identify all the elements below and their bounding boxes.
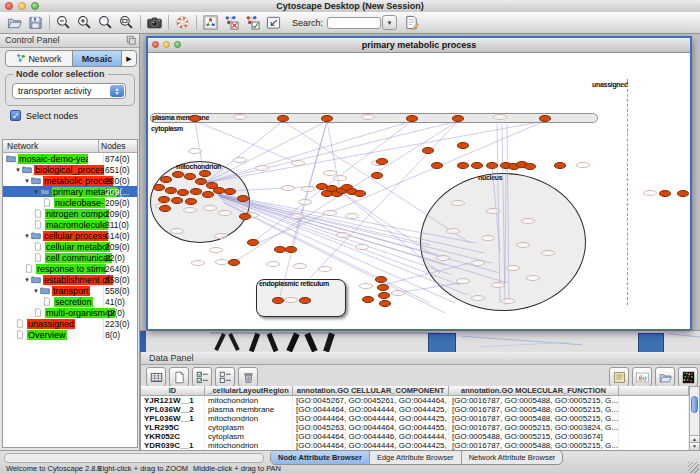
notes-icon[interactable] [609,367,629,387]
matrix-icon[interactable] [678,367,698,387]
table-select-icon[interactable] [146,367,166,387]
snapshot-icon[interactable] [144,14,165,32]
edit-nodes-icon[interactable] [221,14,242,32]
graph-node[interactable] [159,205,171,212]
graph-node[interactable] [406,115,418,122]
zoom-selected-icon[interactable] [116,14,137,32]
table-row[interactable]: YDR039C__1mitochondrion[GO:0044464, GO:0… [141,441,689,450]
open-folder-icon[interactable] [655,367,675,387]
table-row[interactable]: YKR052Ccytoplasm[GO:0044464, GO:0044446,… [141,432,689,441]
edit-edges-icon[interactable] [242,14,263,32]
graph-node[interactable] [189,115,201,122]
tab-edge-attribute-browser[interactable]: Edge Attribute Browser [370,451,462,464]
graph-node[interactable] [172,171,184,178]
tree-expander-icon[interactable]: ▼ [24,277,31,283]
help-icon[interactable] [172,14,193,32]
graph-node[interactable] [184,173,196,180]
graph-node[interactable] [177,189,189,196]
graph-node[interactable] [237,195,249,202]
graph-node[interactable] [486,162,498,169]
graph-node[interactable] [659,190,671,197]
graph-node[interactable] [422,147,434,154]
graph-node[interactable] [524,163,536,170]
network-view-titlebar[interactable]: primary metabolic process [148,38,690,53]
tree-row[interactable]: multi-organism pro42(0) [3,307,137,318]
tab-node-attribute-browser[interactable]: Node Attribute Browser [271,451,370,464]
graph-node[interactable] [375,276,387,283]
search-input[interactable] [327,17,381,29]
scrollbar-thumb[interactable] [691,396,698,413]
search-dropdown-icon[interactable]: ▼ [382,15,397,30]
tree-row[interactable]: ▼establishment of lo558(0) [3,274,137,285]
import-icon[interactable] [263,14,284,32]
tab-network[interactable]: Network [6,51,72,66]
graph-node[interactable] [452,115,464,122]
new-attribute-icon[interactable] [169,367,189,387]
tree-expander-icon[interactable]: ▼ [24,233,31,239]
tree-expander-icon[interactable]: ▼ [24,178,31,184]
column-header[interactable]: ID [141,386,205,396]
resize-grip[interactable] [688,462,699,473]
graph-node[interactable] [371,172,383,179]
graph-node[interactable] [457,162,469,169]
graph-edge[interactable] [507,124,509,301]
table-row[interactable]: YPL036W__1mitochondrion[GO:0044464, GO:0… [141,414,689,423]
annotation-icon[interactable] [401,14,422,32]
scroll-down-icon[interactable]: ▼ [690,442,699,450]
graph-node[interactable] [239,213,251,220]
graph-node[interactable] [379,300,391,307]
graph-node[interactable] [224,188,236,195]
graph-node[interactable] [299,297,311,304]
graph-node[interactable] [277,115,289,122]
graph-node[interactable] [160,176,172,183]
table-row[interactable]: YLR295Ccytoplasm[GO:0045263, GO:0044464,… [141,423,689,432]
graph-node[interactable] [431,162,443,169]
graph-node[interactable] [377,284,389,291]
graph-node[interactable] [457,142,469,149]
tree-expander-icon[interactable]: ▼ [33,189,40,195]
column-header[interactable]: _cellularLayoutRegion [205,386,293,396]
open-icon[interactable] [4,14,25,32]
table-scrollbar[interactable]: ▲ ▼ [689,386,700,450]
tree-row[interactable]: unassigned223(0) [3,318,137,329]
graph-node[interactable] [165,187,177,194]
graph-node[interactable] [354,190,366,197]
graph-node[interactable] [285,246,297,253]
formula-icon[interactable]: f(x) [632,367,652,387]
save-icon[interactable] [25,14,46,32]
tree-row[interactable]: ▼transport558(0) [3,285,137,296]
zoom-in-icon[interactable] [74,14,95,32]
graph-node[interactable] [378,292,390,299]
clear-selection-icon[interactable] [215,367,235,387]
float-panel-icon[interactable] [126,35,136,49]
tree-row[interactable]: secretion41(0) [3,296,137,307]
table-row[interactable]: YPL036W__2plasma membrane[GO:0044464, GO… [141,405,689,414]
graph-node[interactable] [195,178,207,185]
tree-row[interactable]: cell communicat22(0) [3,252,137,263]
graph-node[interactable] [554,162,566,169]
tree-row[interactable]: Overview8(0) [3,329,137,340]
graph-node[interactable] [362,296,374,303]
graph-node[interactable] [471,162,483,169]
graph-edge[interactable] [258,121,545,243]
column-header[interactable]: annotation.GO MOLECULAR_FUNCTION [449,386,619,396]
tree-expander-icon[interactable]: ▼ [15,167,22,173]
zoom-fit-icon[interactable] [95,14,116,32]
tab-overflow-button[interactable]: ▶ [122,51,136,66]
node-color-dropdown[interactable]: transporter activity ▲▼ [12,83,126,99]
tree-row[interactable]: cellular metabol209(0) [3,241,137,252]
tree-row[interactable]: nucleobase-209(0) [3,197,137,208]
graph-node[interactable] [202,191,214,198]
tab-mosaic[interactable]: Mosaic [72,51,122,66]
graph-node[interactable] [376,158,388,165]
table-row[interactable]: YJR121W__1mitochondrion[GO:0045267, GO:0… [141,396,689,405]
graph-edge[interactable] [340,191,430,253]
graph-node[interactable] [158,196,170,203]
select-nodes-checkbox[interactable]: ✓ [10,110,21,121]
graph-edge[interactable] [497,124,500,303]
graph-edge[interactable] [283,121,470,243]
tree-row[interactable]: ▼metabolic process280(0) [3,175,137,186]
graph-edge[interactable] [502,124,505,305]
graph-edge[interactable] [195,121,298,163]
network-canvas[interactable]: plasma membranecytoplasmmitochondrionnuc… [148,53,690,329]
